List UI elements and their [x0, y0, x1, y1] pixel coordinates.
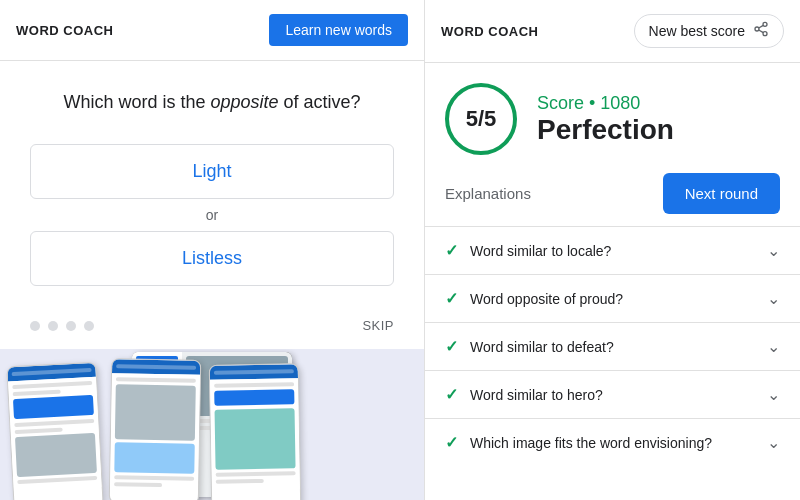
- explanation-left-2: ✓ Word opposite of proud?: [445, 289, 623, 308]
- score-label: Score • 1080: [537, 93, 674, 114]
- left-panel: WORD COACH Learn new words Which word is…: [0, 0, 425, 500]
- phone-line-2a: [116, 377, 196, 382]
- dot-2: [48, 321, 58, 331]
- phone-blue-1: [13, 395, 94, 419]
- svg-line-3: [759, 30, 764, 33]
- explanation-item-3[interactable]: ✓ Word similar to defeat? ⌄: [425, 322, 800, 370]
- chevron-down-icon-5: ⌄: [767, 433, 780, 452]
- phone-top-bar-3: [214, 369, 294, 374]
- phone-body-1: [8, 377, 102, 491]
- explanations-header: Explanations Next round: [425, 165, 800, 226]
- svg-point-2: [763, 32, 767, 36]
- explanation-left-5: ✓ Which image fits the word envisioning?: [445, 433, 712, 452]
- word-coach-title-right: WORD COACH: [441, 24, 538, 39]
- dot-1: [30, 321, 40, 331]
- answer-option-1[interactable]: Light: [30, 144, 394, 199]
- explanation-left-3: ✓ Word similar to defeat?: [445, 337, 614, 356]
- left-header: WORD COACH Learn new words: [0, 0, 424, 61]
- phone-images-area: [0, 349, 424, 500]
- word-coach-title-left: WORD COACH: [16, 23, 113, 38]
- chevron-down-icon-1: ⌄: [767, 241, 780, 260]
- explanation-item-4[interactable]: ✓ Word similar to hero? ⌄: [425, 370, 800, 418]
- skip-button[interactable]: SKIP: [362, 318, 394, 333]
- explanation-left-4: ✓ Word similar to hero?: [445, 385, 603, 404]
- right-panel: WORD COACH New best score 5/5 Score • 10…: [425, 0, 800, 500]
- phone-top-bar-2: [116, 364, 196, 369]
- score-circle: 5/5: [445, 83, 517, 155]
- explanation-list: ✓ Word similar to locale? ⌄ ✓ Word oppos…: [425, 226, 800, 466]
- phone-line-2c: [114, 482, 162, 487]
- svg-point-1: [755, 27, 759, 31]
- svg-line-4: [759, 25, 764, 28]
- phone-img-3: [215, 408, 296, 469]
- dot-3: [66, 321, 76, 331]
- phone-line-1e: [17, 476, 97, 484]
- check-icon-5: ✓: [445, 433, 458, 452]
- chevron-down-icon-3: ⌄: [767, 337, 780, 356]
- explanation-item-1[interactable]: ✓ Word similar to locale? ⌄: [425, 226, 800, 274]
- explanation-left-1: ✓ Word similar to locale?: [445, 241, 611, 260]
- phone-top-bar-1: [12, 368, 92, 376]
- chevron-down-icon-2: ⌄: [767, 289, 780, 308]
- new-best-score-label: New best score: [649, 23, 745, 39]
- phone-mockup-2: [109, 358, 202, 500]
- phone-line-1c: [14, 419, 94, 427]
- phone-line-2b: [114, 475, 194, 480]
- check-icon-2: ✓: [445, 289, 458, 308]
- check-icon-3: ✓: [445, 337, 458, 356]
- right-header: WORD COACH New best score: [425, 0, 800, 63]
- quiz-footer: SKIP: [0, 308, 424, 349]
- phone-screen-top-2: [112, 359, 200, 375]
- phone-body-3: [210, 378, 300, 491]
- share-icon[interactable]: [753, 21, 769, 41]
- chevron-down-icon-4: ⌄: [767, 385, 780, 404]
- phone-line-1b: [13, 390, 61, 397]
- explanations-label: Explanations: [445, 185, 531, 202]
- learn-new-words-button[interactable]: Learn new words: [269, 14, 408, 46]
- phone-line-3c: [216, 479, 264, 484]
- explanation-text-4: Word similar to hero?: [470, 387, 603, 403]
- phone-body-2: [110, 373, 200, 495]
- dot-4: [84, 321, 94, 331]
- phone-line-1d: [15, 428, 63, 435]
- or-text: or: [30, 207, 394, 223]
- explanation-text-3: Word similar to defeat?: [470, 339, 614, 355]
- score-section: 5/5 Score • 1080 Perfection: [425, 63, 800, 165]
- explanation-item-5[interactable]: ✓ Which image fits the word envisioning?…: [425, 418, 800, 466]
- explanation-item-2[interactable]: ✓ Word opposite of proud? ⌄: [425, 274, 800, 322]
- phone-line-1a: [12, 381, 92, 389]
- svg-point-0: [763, 22, 767, 26]
- score-info: Score • 1080 Perfection: [537, 93, 674, 146]
- quiz-area: Which word is the opposite of active? Li…: [0, 61, 424, 308]
- phone-line-3b: [216, 471, 296, 476]
- new-best-score-badge: New best score: [634, 14, 784, 48]
- phone-mockup-1: [6, 362, 103, 500]
- question-text: Which word is the opposite of active?: [30, 89, 394, 116]
- progress-dots: [30, 321, 94, 331]
- phone-img-1: [15, 433, 97, 477]
- next-round-button[interactable]: Next round: [663, 173, 780, 214]
- check-icon-1: ✓: [445, 241, 458, 260]
- phone-blue-3: [214, 389, 294, 405]
- phone-mockup-3: [209, 363, 302, 500]
- explanation-text-5: Which image fits the word envisioning?: [470, 435, 712, 451]
- phone-line-3a: [214, 382, 294, 387]
- phone-img-2a: [115, 384, 196, 440]
- check-icon-4: ✓: [445, 385, 458, 404]
- phone-img-2b: [114, 442, 195, 473]
- explanation-text-2: Word opposite of proud?: [470, 291, 623, 307]
- phone-screen-top-3: [210, 364, 298, 380]
- explanation-text-1: Word similar to locale?: [470, 243, 611, 259]
- score-word: Perfection: [537, 114, 674, 146]
- answer-option-2[interactable]: Listless: [30, 231, 394, 286]
